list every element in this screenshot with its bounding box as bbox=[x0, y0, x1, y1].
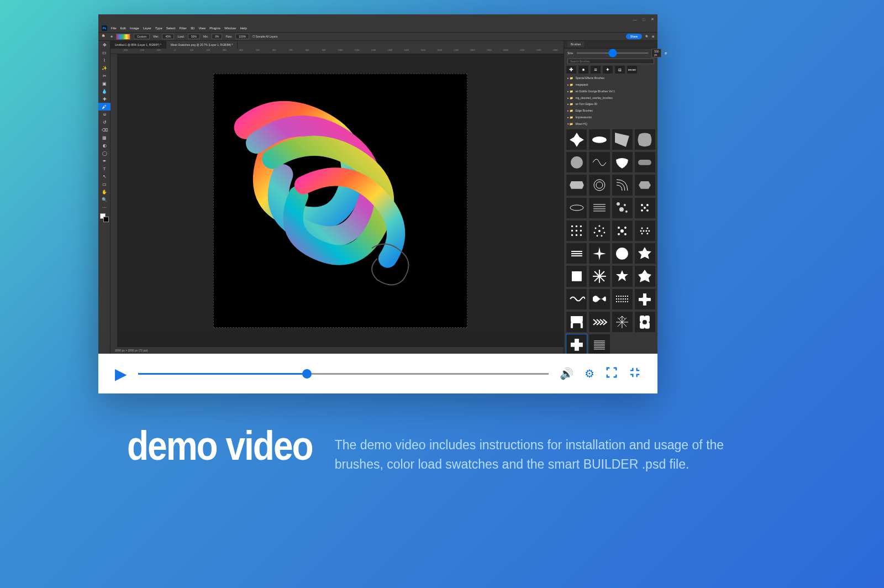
brush-thumb[interactable] bbox=[635, 289, 655, 309]
eraser-tool[interactable]: ⌫ bbox=[98, 126, 110, 134]
brush-thumb[interactable] bbox=[589, 198, 609, 218]
brush-thumb[interactable] bbox=[612, 175, 633, 195]
lasso-tool[interactable]: ⌇ bbox=[98, 56, 110, 64]
more-tools[interactable]: ⋯ bbox=[98, 203, 110, 211]
brush-thumb[interactable] bbox=[589, 334, 609, 354]
brush-thumb[interactable] bbox=[566, 175, 587, 195]
menu-file[interactable]: File bbox=[111, 27, 117, 30]
brush-thumb[interactable] bbox=[612, 312, 633, 332]
brush-thumb[interactable] bbox=[589, 129, 609, 150]
dodge-tool[interactable]: ◯ bbox=[98, 149, 110, 157]
brush-thumb[interactable] bbox=[589, 289, 609, 309]
home-icon[interactable]: 🏠 bbox=[102, 34, 107, 39]
brush-preview-icon[interactable]: ● bbox=[578, 66, 588, 74]
size-slider[interactable] bbox=[577, 53, 648, 54]
type-tool[interactable]: T bbox=[98, 165, 110, 172]
menu-window[interactable]: Window bbox=[224, 27, 236, 30]
brush-thumb[interactable] bbox=[566, 198, 587, 218]
menu-type[interactable]: Type bbox=[155, 27, 162, 30]
brush-thumb[interactable] bbox=[566, 243, 587, 264]
brush-thumb[interactable] bbox=[589, 221, 609, 241]
folder[interactable]: ▸ 📁 Edge Brushes bbox=[564, 107, 657, 114]
brush-thumb[interactable] bbox=[635, 129, 655, 150]
workspace-icon[interactable]: ⊞ bbox=[652, 35, 654, 38]
search-icon[interactable]: 🔍 bbox=[645, 35, 649, 38]
menu-view[interactable]: View bbox=[198, 27, 206, 30]
brush-thumb[interactable] bbox=[612, 221, 633, 241]
brush-thumb[interactable] bbox=[635, 175, 655, 195]
eyedropper-tool[interactable]: 💧 bbox=[98, 87, 110, 95]
minimize-button[interactable]: — bbox=[632, 17, 638, 22]
folder[interactable]: ▸ 📁 wr-Subtle Grunge Brushes Vol 1 bbox=[564, 88, 657, 95]
folder[interactable]: ▸ 📁 Special Effects Brushes bbox=[564, 75, 657, 81]
menu-select[interactable]: Select bbox=[166, 27, 176, 30]
brush-thumb[interactable] bbox=[589, 312, 609, 332]
brush-thumb[interactable] bbox=[635, 312, 655, 332]
menu-plugins[interactable]: Plugins bbox=[209, 27, 220, 30]
folder[interactable]: ▸ 📁 Impressionist bbox=[564, 114, 657, 120]
brush-search[interactable] bbox=[567, 59, 654, 64]
brush-thumb[interactable] bbox=[635, 243, 655, 264]
menu-3d[interactable]: 3D bbox=[191, 27, 195, 30]
brush-thumb[interactable] bbox=[589, 243, 609, 264]
brush-thumb[interactable] bbox=[635, 221, 655, 241]
shape-tool[interactable]: ▭ bbox=[98, 180, 110, 188]
pen-tool[interactable]: ✒ bbox=[98, 157, 110, 165]
flow-value[interactable]: 100% bbox=[235, 34, 249, 39]
menu-filter[interactable]: Filter bbox=[179, 27, 186, 30]
brush-thumb[interactable] bbox=[566, 221, 587, 241]
folder[interactable]: ▸ 📁 mg_decored_overlay_brushes bbox=[564, 95, 657, 101]
brush-thumb[interactable] bbox=[635, 198, 655, 218]
menu-help[interactable]: Help bbox=[240, 27, 246, 30]
play-button[interactable]: ▶ bbox=[115, 365, 127, 383]
color-swatch[interactable] bbox=[116, 34, 130, 40]
wet-value[interactable]: 45% bbox=[162, 34, 174, 39]
brush-thumb[interactable] bbox=[566, 289, 587, 309]
heal-tool[interactable]: ✚ bbox=[98, 95, 110, 103]
load-value[interactable]: 50% bbox=[188, 34, 200, 39]
brush-thumb[interactable] bbox=[612, 198, 633, 218]
artboard[interactable] bbox=[213, 74, 467, 328]
brush-thumb[interactable] bbox=[566, 312, 587, 332]
share-button[interactable]: Share bbox=[626, 34, 642, 39]
move-tool[interactable]: ✥ bbox=[98, 41, 110, 49]
zoom-tool[interactable]: 🔍 bbox=[98, 196, 110, 203]
fullscreen-icon[interactable] bbox=[606, 366, 618, 381]
hand-tool[interactable]: ✋ bbox=[98, 188, 110, 196]
folder[interactable]: ▸ 📁 megapack bbox=[564, 81, 657, 88]
menu-image[interactable]: Image bbox=[130, 27, 139, 30]
marquee-tool[interactable]: ▭ bbox=[98, 49, 110, 56]
blur-tool[interactable]: ◐ bbox=[98, 141, 110, 149]
brush-thumb[interactable] bbox=[589, 175, 609, 195]
brush-thumb[interactable] bbox=[612, 266, 633, 286]
close-button[interactable]: ✕ bbox=[650, 17, 655, 22]
menu-layer[interactable]: Layer bbox=[143, 27, 151, 30]
brush-thumb-selected[interactable] bbox=[566, 334, 587, 354]
maximize-button[interactable]: □ bbox=[641, 17, 646, 22]
brush-thumb[interactable] bbox=[589, 266, 609, 286]
brush-preview-icon[interactable]: ✦ bbox=[603, 66, 613, 74]
brush-thumb[interactable] bbox=[612, 243, 633, 264]
history-tool[interactable]: ↺ bbox=[98, 118, 110, 126]
mix-value[interactable]: 0% bbox=[212, 34, 222, 39]
brush-preview-icon[interactable]: ≡ bbox=[591, 66, 601, 74]
brush-thumb[interactable] bbox=[566, 266, 587, 286]
frame-tool[interactable]: ▣ bbox=[98, 80, 110, 87]
custom-dropdown[interactable]: Custom bbox=[134, 34, 150, 39]
settings-icon[interactable]: ⚙ bbox=[585, 367, 594, 380]
progress-track[interactable] bbox=[138, 373, 549, 375]
canvas[interactable] bbox=[117, 54, 564, 347]
progress-thumb[interactable] bbox=[302, 369, 312, 379]
path-tool[interactable]: ↖ bbox=[98, 172, 110, 180]
flip-icon[interactable]: ⇄ bbox=[665, 51, 667, 55]
move-icon[interactable]: ✥ bbox=[110, 35, 113, 38]
brush-preview-icon[interactable]: ⧇ bbox=[615, 66, 625, 74]
menu-edit[interactable]: Edit bbox=[120, 27, 126, 30]
panel-tab-brushes[interactable]: Brushes bbox=[564, 41, 657, 49]
brush-preview-icon[interactable]: ✚ bbox=[566, 66, 576, 74]
wand-tool[interactable]: ✨ bbox=[98, 64, 110, 72]
brush-thumb[interactable] bbox=[566, 152, 587, 172]
tab-untitled[interactable]: Untitled-1 @ 85% (Layer 1, RGB/8*) * bbox=[110, 41, 166, 49]
brush-thumb[interactable] bbox=[612, 289, 633, 309]
color-picker[interactable] bbox=[100, 213, 109, 222]
